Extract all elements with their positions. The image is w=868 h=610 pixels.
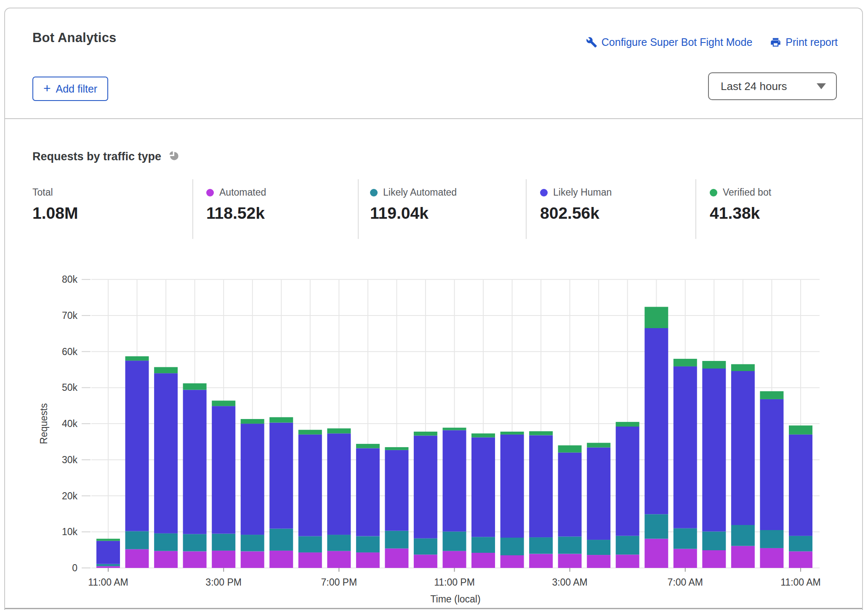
- add-filter-button[interactable]: + Add filter: [32, 77, 108, 101]
- wrench-icon: [586, 37, 597, 48]
- stat-likely-automated-label: Likely Automated: [383, 187, 457, 198]
- stat-divider: [192, 179, 193, 239]
- requests-by-traffic-type-chart[interactable]: 010k20k30k40k50k60k70k80k11:00 AM3:00 PM…: [5, 253, 864, 610]
- stat-likely-human-label: Likely Human: [553, 187, 612, 198]
- plus-icon: +: [43, 82, 51, 95]
- svg-text:3:00 PM: 3:00 PM: [205, 577, 242, 588]
- section-title: Requests by traffic type: [32, 150, 161, 163]
- verified-bot-dot-icon: [710, 189, 717, 196]
- svg-text:80k: 80k: [62, 274, 78, 285]
- automated-dot-icon: [206, 189, 214, 196]
- section-title-row: Requests by traffic type: [32, 150, 180, 163]
- add-filter-label: Add filter: [56, 83, 98, 95]
- configure-super-bot-fight-mode-link[interactable]: Configure Super Bot Fight Mode: [586, 36, 753, 48]
- stat-likely-automated-value: 119.04k: [370, 204, 457, 223]
- svg-text:11:00 PM: 11:00 PM: [434, 577, 475, 588]
- svg-text:11:00 AM: 11:00 AM: [780, 577, 820, 588]
- svg-text:60k: 60k: [62, 346, 78, 357]
- stat-likely-automated: Likely Automated 119.04k: [370, 187, 457, 223]
- svg-text:20k: 20k: [62, 491, 78, 501]
- stat-divider: [526, 179, 527, 239]
- header-divider: [5, 118, 862, 119]
- header-links: Configure Super Bot Fight Mode Print rep…: [586, 36, 838, 48]
- stat-divider: [358, 179, 359, 239]
- svg-text:Requests: Requests: [38, 403, 49, 444]
- svg-text:11:00 AM: 11:00 AM: [88, 577, 128, 588]
- svg-text:0: 0: [72, 562, 77, 573]
- stat-likely-human: Likely Human 802.56k: [540, 187, 612, 223]
- svg-text:Time (local): Time (local): [430, 594, 480, 605]
- svg-text:10k: 10k: [62, 526, 78, 537]
- printer-icon: [770, 37, 781, 48]
- svg-text:7:00 AM: 7:00 AM: [668, 577, 703, 588]
- stat-automated-label: Automated: [219, 187, 266, 198]
- bot-analytics-card: Bot Analytics Configure Super Bot Fight …: [4, 8, 863, 610]
- svg-text:70k: 70k: [62, 310, 78, 321]
- page-title: Bot Analytics: [32, 30, 117, 45]
- stat-total: Total 1.08M: [32, 187, 78, 223]
- card-header: Bot Analytics Configure Super Bot Fight …: [5, 8, 862, 118]
- time-range-select[interactable]: Last 24 hours: [708, 72, 837, 100]
- stat-total-value: 1.08M: [32, 204, 78, 223]
- chart-area: 010k20k30k40k50k60k70k80k11:00 AM3:00 PM…: [5, 253, 864, 610]
- print-link-label: Print report: [785, 36, 838, 48]
- next-section-divider: [5, 608, 862, 609]
- stat-automated: Automated 118.52k: [206, 187, 266, 223]
- stat-verified-bot: Verified bot 41.38k: [710, 187, 771, 223]
- svg-text:3:00 AM: 3:00 AM: [552, 577, 587, 588]
- stat-verified-bot-value: 41.38k: [710, 204, 771, 223]
- svg-text:40k: 40k: [62, 418, 78, 429]
- chevron-down-icon: [817, 83, 826, 89]
- stat-automated-value: 118.52k: [206, 204, 266, 223]
- svg-text:7:00 PM: 7:00 PM: [321, 577, 357, 588]
- likely-human-dot-icon: [540, 189, 548, 196]
- stat-likely-human-value: 802.56k: [540, 204, 612, 223]
- svg-text:50k: 50k: [62, 382, 78, 393]
- stat-divider: [695, 179, 696, 239]
- time-range-value: Last 24 hours: [721, 80, 787, 93]
- configure-link-label: Configure Super Bot Fight Mode: [602, 36, 753, 48]
- likely-automated-dot-icon: [370, 189, 378, 196]
- stat-total-label: Total: [32, 187, 53, 198]
- svg-text:30k: 30k: [62, 454, 78, 465]
- stat-verified-bot-label: Verified bot: [723, 187, 771, 198]
- pie-chart-icon: [168, 150, 180, 163]
- print-report-link[interactable]: Print report: [770, 36, 838, 48]
